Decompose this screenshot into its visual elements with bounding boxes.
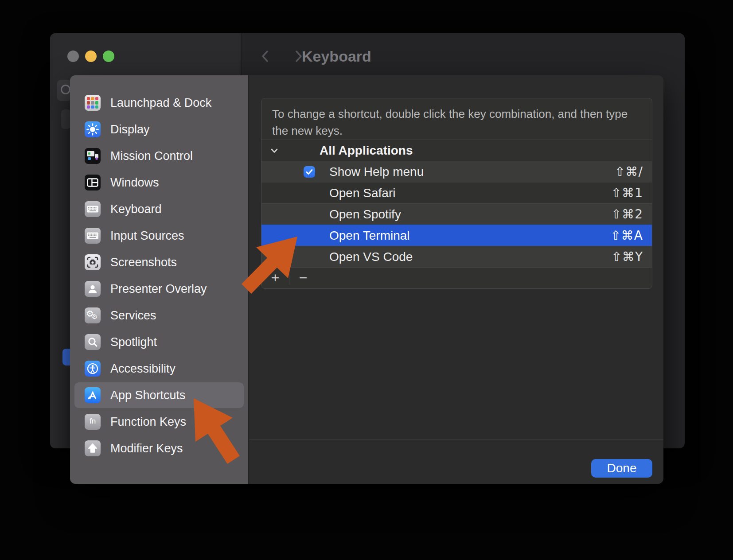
sidebar-icon-partial [62, 349, 70, 366]
shortcut-keys[interactable]: ⇧⌘1 [611, 186, 643, 200]
sidebar-item-presenter-overlay[interactable]: Presenter Overlay [74, 276, 244, 302]
sidebar-item-windows[interactable]: Windows [74, 170, 244, 195]
keyboard-icon [85, 201, 101, 217]
shortcut-keys[interactable]: ⇧⌘/ [615, 164, 643, 179]
page-title: Keyboard [302, 48, 371, 65]
zoom-window-button[interactable] [103, 51, 114, 62]
screenshot-canvas: Keyboard Launchpad & Dock [0, 0, 733, 560]
spotlight-icon [85, 334, 101, 350]
shortcut-row-show-help-menu[interactable]: Show Help menu ⇧⌘/ [261, 161, 652, 182]
sidebar-item-accessibility[interactable]: Accessibility [74, 356, 244, 381]
add-shortcut-button[interactable]: + [261, 268, 289, 288]
sidebar-item-keyboard[interactable]: Keyboard [74, 196, 244, 222]
sidebar-item-modifier-keys[interactable]: Modifier Keys [74, 436, 244, 461]
app-shortcuts-icon [85, 387, 101, 403]
sidebar-item-display[interactable]: Display [74, 117, 244, 142]
footer-divider [249, 439, 663, 440]
accessibility-icon [85, 361, 101, 377]
presenter-overlay-icon [85, 281, 101, 297]
keyboard-shortcuts-sheet: Launchpad & Dock Display [70, 75, 663, 484]
screenshots-icon [85, 254, 101, 270]
search-field-partial[interactable] [57, 80, 72, 101]
shortcuts-list: To change a shortcut, double click the k… [261, 98, 652, 289]
sidebar-item-function-keys[interactable]: fn Function Keys [74, 409, 244, 435]
mission-control-icon [85, 148, 101, 164]
chevron-down-icon[interactable] [269, 146, 279, 156]
display-icon [85, 121, 101, 137]
close-window-button[interactable] [67, 51, 79, 62]
shortcut-row-open-spotify[interactable]: Open Spotify ⇧⌘2 [261, 203, 652, 225]
sidebar-row-partial [61, 109, 71, 129]
sidebar-item-input-sources[interactable]: Input Sources [74, 223, 244, 249]
shortcut-row-open-terminal[interactable]: Open Terminal ⇧⌘A [261, 225, 652, 246]
function-keys-icon: fn [85, 414, 101, 430]
shortcut-keys[interactable]: ⇧⌘A [610, 228, 643, 243]
remove-shortcut-button[interactable]: − [289, 268, 317, 288]
sidebar-item-spotlight[interactable]: Spotlight [74, 329, 244, 355]
list-footer: + − [261, 267, 652, 288]
instruction-text: To change a shortcut, double click the k… [261, 98, 652, 140]
search-icon [61, 85, 70, 94]
sidebar-item-launchpad-dock[interactable]: Launchpad & Dock [74, 90, 244, 116]
sidebar-item-screenshots[interactable]: Screenshots [74, 249, 244, 275]
back-chevron-icon[interactable] [258, 49, 273, 63]
services-icon: ⚙⚙ [85, 307, 101, 323]
input-sources-icon [85, 228, 101, 244]
windows-icon [85, 175, 101, 191]
shortcut-keys[interactable]: ⇧⌘2 [611, 207, 643, 222]
modifier-keys-icon [85, 440, 101, 456]
group-header-all-applications[interactable]: All Applications [261, 140, 652, 161]
shortcut-keys[interactable]: ⇧⌘Y [611, 249, 643, 264]
sidebar-item-services[interactable]: ⚙⚙ Services [74, 303, 244, 328]
launchpad-dock-icon [85, 95, 101, 111]
done-button[interactable]: Done [591, 459, 652, 478]
shortcut-categories-sidebar: Launchpad & Dock Display [70, 75, 248, 484]
checkbox-checked[interactable] [304, 166, 315, 178]
sidebar-item-app-shortcuts[interactable]: App Shortcuts [74, 382, 244, 408]
shortcuts-panel: To change a shortcut, double click the k… [248, 75, 663, 484]
shortcut-row-open-vs-code[interactable]: Open VS Code ⇧⌘Y [261, 246, 652, 267]
shortcut-row-open-safari[interactable]: Open Safari ⇧⌘1 [261, 182, 652, 203]
sidebar-item-mission-control[interactable]: Mission Control [74, 143, 244, 169]
minimize-window-button[interactable] [85, 51, 97, 62]
